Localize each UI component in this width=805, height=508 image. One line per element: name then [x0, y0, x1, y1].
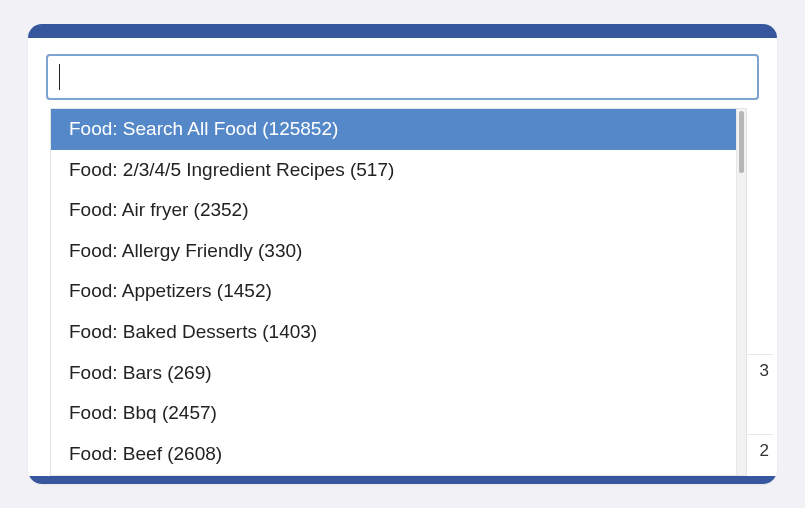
dropdown-item-search-all-food[interactable]: Food: Search All Food (125852) [51, 109, 736, 150]
dropdown-item-allergy-friendly[interactable]: Food: Allergy Friendly (330) [51, 231, 736, 272]
header-bar [28, 24, 777, 38]
search-container [46, 54, 759, 100]
footer-bar [28, 476, 777, 484]
scrollbar-thumb[interactable] [739, 111, 744, 173]
scrollbar-track[interactable] [736, 109, 746, 475]
dropdown-item-appetizers[interactable]: Food: Appetizers (1452) [51, 271, 736, 312]
dropdown-item-bbq[interactable]: Food: Bbq (2457) [51, 393, 736, 434]
search-input[interactable] [46, 54, 759, 100]
dropdown-item-beef[interactable]: Food: Beef (2608) [51, 434, 736, 475]
page-background: pe 3 2 Food: Search All Food (125852) Fo… [0, 0, 805, 508]
main-card: pe 3 2 Food: Search All Food (125852) Fo… [28, 24, 777, 484]
dropdown-item-air-fryer[interactable]: Food: Air fryer (2352) [51, 190, 736, 231]
dropdown-list: Food: Search All Food (125852) Food: 2/3… [51, 109, 736, 475]
autocomplete-dropdown: Food: Search All Food (125852) Food: 2/3… [50, 108, 747, 476]
dropdown-item-baked-desserts[interactable]: Food: Baked Desserts (1403) [51, 312, 736, 353]
dropdown-item-bars[interactable]: Food: Bars (269) [51, 353, 736, 394]
dropdown-item-ingredient-recipes[interactable]: Food: 2/3/4/5 Ingredient Recipes (517) [51, 150, 736, 191]
